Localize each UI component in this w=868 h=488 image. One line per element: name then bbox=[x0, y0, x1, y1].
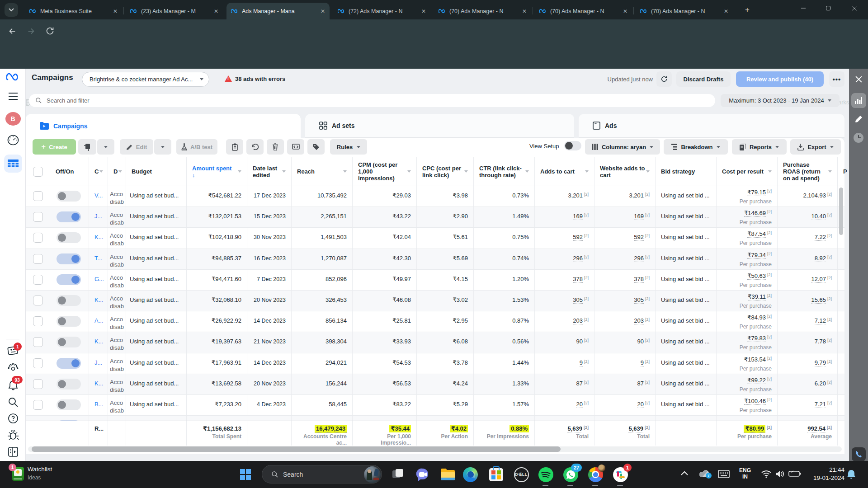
menu-hamburger-icon[interactable] bbox=[0, 92, 26, 100]
wifi-icon[interactable] bbox=[761, 470, 772, 478]
notifications-bell-icon[interactable]: 93 bbox=[0, 380, 26, 391]
browser-tab[interactable]: (70) Ads Manager - N✕ bbox=[636, 3, 733, 19]
campaign-name[interactable]: B... bbox=[89, 395, 108, 415]
campaign-toggle[interactable] bbox=[57, 316, 81, 327]
campaign-toggle[interactable] bbox=[57, 274, 81, 285]
campaign-row[interactable]: V...AccodisabUsing ad set bud...₹542,681… bbox=[26, 186, 844, 207]
columns-button[interactable]: Columns: aryan bbox=[585, 139, 660, 155]
edit-button[interactable]: Edit bbox=[120, 139, 153, 155]
campaign-toggle[interactable] bbox=[57, 379, 81, 389]
review-publish-button[interactable]: Review and publish (40) bbox=[736, 71, 824, 87]
more-options-button[interactable]: ••• bbox=[829, 71, 844, 87]
tab-close-icon[interactable]: ✕ bbox=[420, 8, 428, 14]
campaign-toggle[interactable] bbox=[57, 337, 81, 347]
column-header[interactable]: Amount spent↓ bbox=[187, 157, 247, 186]
watchlist-label[interactable]: Watchlist bbox=[28, 466, 52, 473]
column-header[interactable]: Off/On bbox=[50, 157, 89, 186]
column-header[interactable]: D bbox=[108, 157, 126, 186]
rules-button[interactable]: Rules bbox=[330, 139, 367, 155]
settings-gear-icon[interactable] bbox=[0, 363, 26, 374]
row-checkbox[interactable] bbox=[33, 212, 43, 222]
campaign-name[interactable]: G... bbox=[89, 270, 108, 290]
tab-close-icon[interactable]: ✕ bbox=[319, 8, 327, 14]
campaign-name[interactable] bbox=[89, 416, 108, 421]
refresh-button[interactable] bbox=[656, 71, 672, 87]
slack-icon[interactable]: 1 bbox=[613, 467, 628, 482]
duplicate-dropdown-button[interactable] bbox=[97, 139, 114, 155]
campaign-toggle[interactable] bbox=[57, 420, 81, 421]
search-sidebar-icon[interactable] bbox=[0, 397, 26, 408]
date-range-selector[interactable]: Maximum: 3 Oct 2023 - 19 Jan 2024 bbox=[721, 94, 840, 107]
column-header[interactable]: CTR (link click-through rate) bbox=[474, 157, 535, 186]
microsoft-store-icon[interactable] bbox=[488, 467, 504, 482]
campaign-row[interactable]: A...AccodisabUsing ad set bud...₹26,922.… bbox=[26, 311, 844, 332]
chrome-icon[interactable] bbox=[588, 467, 603, 482]
whatsapp-icon[interactable]: 27 bbox=[563, 467, 578, 482]
browser-tab[interactable]: Ads Manager - Mana✕ bbox=[226, 3, 330, 19]
insights-chart-icon[interactable] bbox=[849, 93, 868, 108]
campaign-toggle[interactable] bbox=[57, 295, 81, 306]
search-filter-input[interactable]: Search and filter bbox=[29, 94, 715, 107]
taskbar-search[interactable]: Search bbox=[262, 465, 382, 483]
campaign-toggle[interactable] bbox=[57, 358, 81, 369]
export-rows-button[interactable] bbox=[287, 139, 304, 155]
campaign-name[interactable]: A... bbox=[89, 311, 108, 332]
column-header[interactable]: Cost per result bbox=[717, 157, 778, 186]
campaign-toggle[interactable] bbox=[57, 191, 81, 202]
select-all-checkbox[interactable] bbox=[33, 167, 43, 177]
business-avatar[interactable]: B bbox=[0, 112, 26, 126]
column-header[interactable]: C bbox=[89, 157, 108, 186]
row-checkbox[interactable] bbox=[33, 233, 43, 243]
whats-new-icon[interactable]: 1 bbox=[0, 345, 26, 356]
campaign-row[interactable]: K...AccodisabUsing ad set bud...₹32,068.… bbox=[26, 291, 844, 311]
collapse-sidebar-icon[interactable] bbox=[0, 446, 26, 457]
teams-chat-icon[interactable] bbox=[415, 467, 430, 482]
column-header[interactable]: Website adds to cart bbox=[594, 157, 656, 186]
ads-error-text[interactable]: 38 ads with errors bbox=[235, 75, 285, 82]
column-header[interactable] bbox=[26, 157, 50, 186]
column-header[interactable]: Reach bbox=[292, 157, 353, 186]
back-icon[interactable] bbox=[7, 26, 17, 36]
column-header[interactable]: P bbox=[838, 157, 849, 186]
browser-tab[interactable]: (23) Ads Manager - M✕ bbox=[126, 3, 223, 19]
browser-tab[interactable]: (70) Ads Manager - N✕ bbox=[434, 3, 531, 19]
view-setup-toggle[interactable] bbox=[564, 141, 581, 150]
row-checkbox[interactable] bbox=[33, 316, 43, 326]
campaign-name[interactable]: K... bbox=[89, 374, 108, 394]
touch-keyboard-icon[interactable] bbox=[718, 470, 730, 478]
column-header[interactable]: Purchase ROAS (return on ad spend) bbox=[778, 157, 838, 186]
browser-tab[interactable]: (72) Ads Manager - N✕ bbox=[333, 3, 430, 19]
campaign-name[interactable]: K... bbox=[89, 332, 108, 352]
help-icon[interactable] bbox=[0, 413, 26, 424]
campaign-toggle[interactable] bbox=[57, 232, 81, 243]
bing-daily-image[interactable] bbox=[364, 466, 381, 483]
row-checkbox[interactable] bbox=[33, 254, 43, 264]
bug-report-icon[interactable] bbox=[0, 430, 26, 441]
tab-close-icon[interactable]: ✕ bbox=[722, 8, 730, 14]
reload-icon[interactable] bbox=[45, 26, 55, 36]
new-tab-button[interactable]: + bbox=[745, 5, 750, 14]
watchlist-widget[interactable]: 1 bbox=[12, 467, 24, 481]
campaign-name[interactable]: K... bbox=[89, 291, 108, 311]
duplicate-button[interactable] bbox=[78, 139, 96, 155]
browser-tab[interactable]: (70) Ads Manager - N✕ bbox=[535, 3, 632, 19]
campaign-name[interactable]: K... bbox=[89, 228, 108, 248]
horizontal-scrollbar[interactable] bbox=[28, 446, 842, 452]
campaign-name[interactable]: T... bbox=[89, 249, 108, 269]
create-button[interactable]: +Create bbox=[33, 139, 76, 155]
tab-close-icon[interactable]: ✕ bbox=[212, 8, 220, 14]
discard-drafts-button[interactable]: Discard Drafts bbox=[676, 71, 731, 87]
tab-search-button[interactable] bbox=[5, 3, 18, 17]
tag-button[interactable] bbox=[307, 139, 325, 155]
tab-ads[interactable]: Ads bbox=[579, 114, 844, 138]
window-minimize-button[interactable] bbox=[793, 1, 813, 15]
onedrive-cloud-icon[interactable]: i bbox=[698, 469, 711, 478]
tab-close-icon[interactable]: ✕ bbox=[621, 8, 629, 14]
edit-rail-icon[interactable] bbox=[849, 115, 868, 123]
undo-button[interactable] bbox=[246, 139, 264, 155]
tray-date[interactable]: 19-01-2024 bbox=[813, 474, 844, 482]
pin-button[interactable] bbox=[226, 139, 243, 155]
tab-ad-sets[interactable]: Ad sets bbox=[305, 114, 574, 138]
volume-icon[interactable] bbox=[775, 470, 785, 478]
ab-test-button[interactable]: A/B test bbox=[176, 139, 217, 155]
